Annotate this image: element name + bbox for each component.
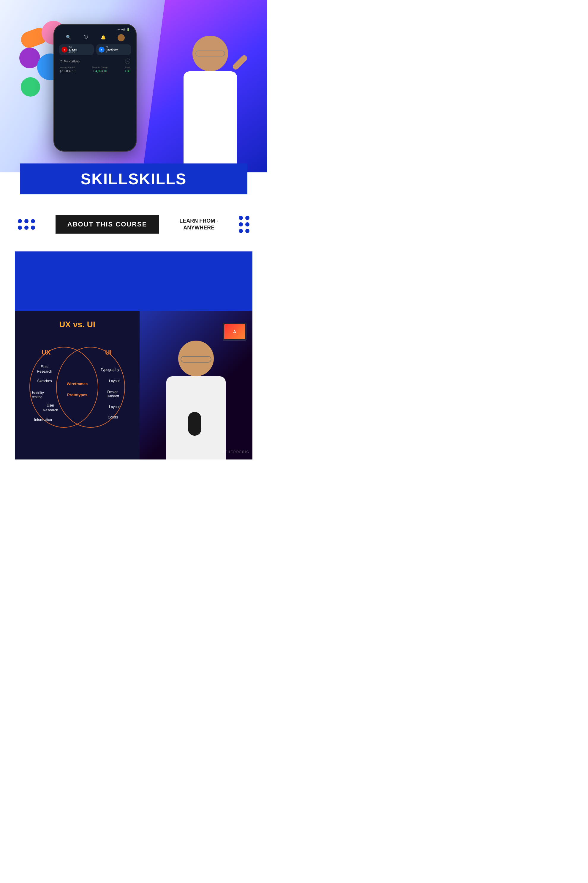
monitor-screen: A [224,324,245,339]
info-icon: ⓘ [83,34,89,40]
phone-status-bar: ▪▪▪ wifi 🔋 [57,27,134,32]
svg-text:Sketches: Sketches [37,379,52,383]
phone-screen: ▪▪▪ wifi 🔋 🔍 ⓘ 🔔 T TM 178.88 [54,25,136,151]
fb-company: Facebook [106,48,129,51]
toyota-ticker: TM [69,46,92,48]
svg-text:Field: Field [40,365,48,369]
battery-icon: 🔋 [126,28,130,31]
svg-text:Wireframes: Wireframes [67,382,88,386]
toyota-price: 178.88 [69,48,92,51]
portfolio-values: $ 13,032.19 + 4,023.10 + 30 [60,69,130,73]
card-bottom: UX vs. UI UX UI Field Researc [15,311,252,459]
learn-line1: LEARN FROM - [179,218,218,224]
dot-r1 [239,216,243,220]
dot-r6 [245,229,249,233]
learn-text: LEARN FROM - ANYWHERE [179,218,218,232]
bubble-green [21,77,40,96]
fb-price: 3 [106,51,129,53]
stock-fb: f FB Facebook 3 [96,44,131,55]
corner-brand-text: ATHERDESIG [222,450,249,454]
portfolio-table: Invested Capital Absolute Change Relati … [57,65,134,74]
portfolio-label: ⏱ My Portfolio [60,60,80,63]
ui-label: UI [105,349,112,356]
person-body [183,71,237,172]
toyota-info: TM 178.88 4.26 % [69,46,92,53]
stock-toyota: T TM 178.88 4.26 % [59,44,94,55]
venn-svg: UX UI Field Research Sketches Usability … [21,338,134,433]
ux-ui-panel: UX vs. UI UX UI Field Researc [15,311,140,459]
svg-text:Design: Design [107,390,118,394]
presenter-figure [152,341,240,459]
hero-section: ▪▪▪ wifi 🔋 🔍 ⓘ 🔔 T TM 178.88 [0,0,267,172]
dot-2 [24,219,28,223]
microphone [188,412,201,436]
learn-line2: ANYWHERE [183,225,214,231]
svg-text:Typography: Typography [100,368,119,372]
fb-logo: f [99,47,105,53]
phone-area: ▪▪▪ wifi 🔋 🔍 ⓘ 🔔 T TM 178.88 [12,6,136,149]
phone-mockup: ▪▪▪ wifi 🔋 🔍 ⓘ 🔔 T TM 178.88 [54,24,136,152]
dot-3 [31,219,35,223]
invested-label: Invested Capital [60,66,75,68]
svg-text:Prototypes: Prototypes [67,393,87,397]
lower-card: UX vs. UI UX UI Field Researc [15,251,252,459]
dot-r5 [239,229,243,233]
relative-value: + 30 [124,69,130,73]
svg-text:User: User [46,403,54,408]
blue-banner: SKILLSKILLS [20,164,248,194]
dot-6 [31,226,35,230]
toyota-change: 4.26 % [69,51,92,53]
phone-nav: 🔍 ⓘ 🔔 [57,32,134,43]
portfolio-header: ⏱ My Portfolio → [57,56,134,65]
change-label: Absolute Change [92,66,108,68]
relative-label: Relati [125,66,130,68]
svg-text:Layout: Layout [109,405,120,409]
banner-title: SKILLSKILLS [32,170,236,188]
portfolio-table-header: Invested Capital Absolute Change Relati [60,66,130,68]
bell-icon: 🔔 [100,34,106,40]
ux-ui-title: UX vs. UI [21,320,134,329]
dot-5 [24,226,28,230]
dot-1 [18,219,22,223]
venn-diagram: UX UI Field Research Sketches Usability … [21,335,134,436]
dot-r4 [245,222,249,226]
svg-text:testing: testing [32,395,42,399]
toyota-logo: T [62,47,68,53]
portfolio-title: My Portfolio [64,60,80,63]
dot-4 [18,226,22,230]
person-figure [183,36,237,172]
dot-r3 [239,222,243,226]
svg-text:Usability: Usability [30,391,44,395]
signal-icon: ▪▪▪ [117,28,120,31]
fb-ticker: FB [106,46,129,48]
svg-point-0 [30,347,98,427]
middle-section: ABOUT THIS COURSE LEARN FROM - ANYWHERE [0,203,267,251]
avatar [118,34,125,41]
svg-text:Handoff: Handoff [106,394,119,398]
change-value: + 4,023.10 [93,69,107,73]
monitor-corner: A [223,323,246,341]
dots-right [239,216,249,233]
svg-text:Information: Information [34,418,52,422]
presenter-panel: A [140,311,252,459]
person-glasses [195,51,225,56]
ux-label: UX [42,349,51,356]
search-icon: 🔍 [65,34,71,40]
person-head [192,36,228,71]
portfolio-arrow: → [125,59,130,64]
bottom-spacer [0,459,267,519]
svg-text:Research: Research [37,369,52,374]
lower-section: UX vs. UI UX UI Field Researc [0,251,267,459]
svg-text:Layout: Layout [109,379,120,383]
invested-value: $ 13,032.19 [60,69,75,73]
presenter-bg: A [140,311,252,459]
presenter-head [178,341,214,376]
hero-person-area [142,0,267,172]
presenter-glasses [180,356,212,363]
phone-stocks: T TM 178.88 4.26 % f FB Facebook 3 [57,43,134,56]
dots-left [18,219,35,230]
card-top-blue [15,251,252,311]
svg-text:Colors: Colors [108,415,118,419]
about-badge: ABOUT THIS COURSE [56,215,159,234]
wifi-icon: wifi [122,28,125,31]
